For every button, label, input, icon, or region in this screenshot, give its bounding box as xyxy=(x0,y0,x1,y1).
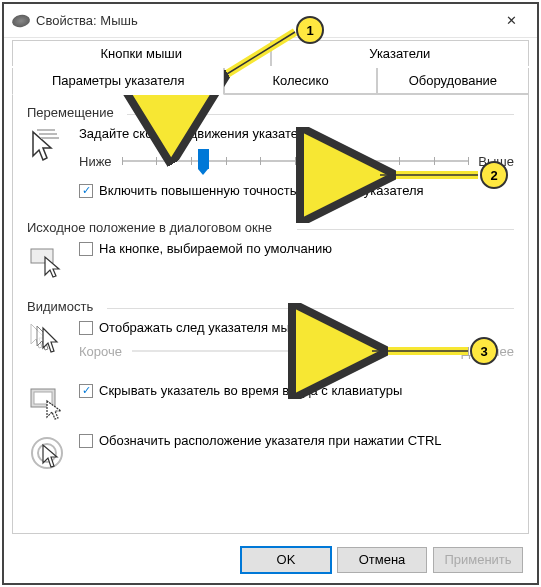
trail-max-label: Длиннее xyxy=(462,344,514,359)
hide-pointer-icon xyxy=(27,383,67,423)
tabs-row-1: Кнопки мыши Указатели xyxy=(4,40,537,66)
tab-pointer-options[interactable]: Параметры указателя xyxy=(12,68,224,95)
slider-max-label: Выше xyxy=(478,154,514,169)
trail-length-slider xyxy=(132,339,452,363)
apply-button: Применить xyxy=(433,547,523,573)
group-title: Исходное положение в диалоговом окне xyxy=(27,220,272,235)
title-bar: Свойства: Мышь ✕ xyxy=(4,4,537,38)
tab-wheel[interactable]: Колесико xyxy=(224,68,376,94)
cancel-button[interactable]: Отмена xyxy=(337,547,427,573)
tab-buttons[interactable]: Кнопки мыши xyxy=(12,40,271,66)
hide-pointer-checkbox[interactable]: ✓ xyxy=(79,384,93,398)
button-label: Отмена xyxy=(359,552,406,567)
tab-label: Колесико xyxy=(272,73,328,88)
group-motion: Перемещение Задайте скорость движения ук… xyxy=(27,105,514,206)
ok-button[interactable]: OK xyxy=(241,547,331,573)
tabs-row-2: Параметры указателя Колесико Оборудовани… xyxy=(4,68,537,94)
hide-pointer-label: Скрывать указатель во время ввода с клав… xyxy=(99,383,402,398)
slider-thumb-disabled xyxy=(292,339,303,359)
tab-label: Оборудование xyxy=(409,73,497,88)
locate-pointer-icon xyxy=(27,433,67,473)
pointer-trail-label: Отображать след указателя мыши xyxy=(99,320,308,335)
group-snap: Исходное положение в диалоговом окне На … xyxy=(27,220,514,285)
close-button[interactable]: ✕ xyxy=(489,6,533,36)
pointer-trail-icon xyxy=(27,320,67,360)
group-title: Перемещение xyxy=(27,105,114,120)
button-label: OK xyxy=(277,552,296,567)
trail-min-label: Короче xyxy=(79,344,122,359)
snap-to-icon xyxy=(27,241,67,281)
snap-to-checkbox[interactable] xyxy=(79,242,93,256)
tab-label: Указатели xyxy=(369,46,430,61)
pointer-speed-icon xyxy=(27,126,67,166)
mouse-icon xyxy=(11,13,31,28)
group-visibility: Видимость Отображать след указателя мыши… xyxy=(27,299,514,477)
tab-content: Перемещение Задайте скорость движения ук… xyxy=(12,94,529,534)
pointer-speed-slider[interactable] xyxy=(122,149,469,173)
tab-label: Параметры указателя xyxy=(52,73,185,88)
svg-rect-2 xyxy=(34,392,52,404)
slider-min-label: Ниже xyxy=(79,154,112,169)
enhance-precision-checkbox[interactable]: ✓ xyxy=(79,184,93,198)
window-title: Свойства: Мышь xyxy=(36,13,489,28)
pointer-trail-checkbox[interactable] xyxy=(79,321,93,335)
tab-hardware[interactable]: Оборудование xyxy=(377,68,529,94)
button-label: Применить xyxy=(444,552,511,567)
snap-to-label: На кнопке, выбираемой по умолчанию xyxy=(99,241,332,256)
group-title: Видимость xyxy=(27,299,93,314)
tab-pointers[interactable]: Указатели xyxy=(271,40,530,66)
enhance-precision-label: Включить повышенную точность установки у… xyxy=(99,183,424,198)
locate-pointer-checkbox[interactable] xyxy=(79,434,93,448)
slider-thumb[interactable] xyxy=(198,149,209,169)
speed-label: Задайте скорость движения указателя: xyxy=(79,126,514,141)
locate-pointer-label: Обозначить расположение указателя при на… xyxy=(99,433,442,448)
close-icon: ✕ xyxy=(506,13,517,28)
tab-label: Кнопки мыши xyxy=(100,46,182,61)
dialog-buttons: OK Отмена Применить xyxy=(241,547,523,573)
